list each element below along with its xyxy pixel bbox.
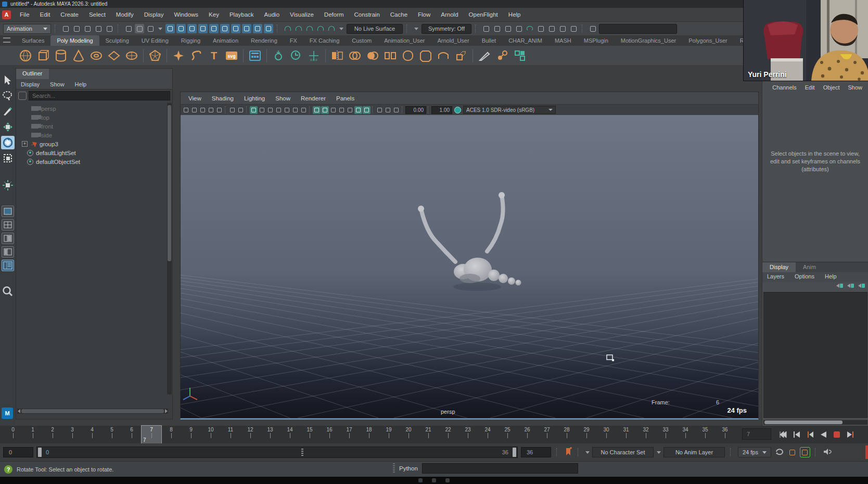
tab-display[interactable]: Display — [762, 262, 796, 272]
center-pivot-icon[interactable] — [271, 48, 286, 63]
select-tool[interactable] — [1, 73, 15, 87]
persp-outliner-layout[interactable] — [2, 246, 14, 258]
timeline-frame-29[interactable]: 29 — [577, 426, 596, 443]
menu-file[interactable]: File — [15, 9, 34, 20]
menu-help[interactable]: Help — [504, 9, 526, 20]
playback-sound-icon[interactable] — [823, 448, 832, 457]
shelf-tab-motiongraphics-user[interactable]: MotionGraphics_User — [615, 35, 682, 46]
render-ball-icon[interactable] — [525, 24, 534, 33]
snap-point-icon[interactable] — [305, 24, 314, 33]
step-back-frame-button[interactable] — [791, 429, 801, 440]
menu-audio[interactable]: Audio — [260, 9, 284, 20]
shelf-tab-fx[interactable]: FX — [284, 35, 303, 46]
shelf-tab-rendering[interactable]: Rendering — [245, 35, 284, 46]
menu-playback[interactable]: Playback — [225, 9, 259, 20]
safe-action-icon[interactable] — [291, 106, 299, 114]
poly-cylinder-icon[interactable] — [53, 48, 69, 63]
grid-icon[interactable] — [250, 106, 258, 114]
smooth-shade-icon[interactable] — [321, 106, 329, 114]
screen-ao-icon[interactable] — [354, 106, 362, 114]
timeline-frame-6[interactable]: 6 — [122, 426, 142, 443]
camera-attributes-icon[interactable] — [199, 106, 207, 114]
shelf-tab-animation-user[interactable]: Animation_User — [378, 35, 431, 46]
help-icon[interactable]: ? — [4, 465, 12, 474]
scale-tool[interactable] — [1, 151, 15, 165]
timeline-track[interactable]: 0123456778910111213141516171819202122232… — [0, 426, 735, 443]
highlight-selection-icon[interactable] — [264, 24, 273, 33]
xray-icon[interactable] — [384, 106, 392, 114]
timeline-frame-4[interactable]: 4 — [82, 426, 102, 443]
shelf-tab-rigging[interactable]: Rigging — [175, 35, 207, 46]
separate-icon[interactable] — [382, 48, 398, 63]
viewport-menu-renderer[interactable]: Renderer — [296, 93, 330, 104]
chevron-down-icon[interactable] — [158, 28, 162, 30]
timeline-frame-1[interactable]: 1 — [23, 426, 43, 443]
numeric-input-icon[interactable] — [588, 24, 597, 33]
timeline-frame-24[interactable]: 24 — [478, 426, 497, 443]
timeline-frame-10[interactable]: 10 — [201, 426, 221, 443]
super-shape-icon[interactable] — [171, 48, 186, 63]
outliner-item-group3[interactable]: +group3 — [16, 139, 172, 148]
shelf-tab-animation[interactable]: Animation — [207, 35, 245, 46]
timeline-frame-9[interactable]: 9 — [181, 426, 201, 443]
lock-camera-icon[interactable] — [190, 106, 198, 114]
timeline-frame-13[interactable]: 13 — [260, 426, 280, 443]
menu-edit[interactable]: Edit — [35, 9, 55, 20]
undo-icon[interactable] — [94, 24, 103, 33]
snap-view-plane-icon[interactable] — [327, 24, 336, 33]
step-back-key-button[interactable] — [805, 429, 815, 440]
animation-start-field[interactable]: 0 — [3, 447, 33, 457]
mirror-icon[interactable] — [329, 48, 345, 63]
scroll-left-icon[interactable] — [18, 409, 20, 413]
timeline-frame-28[interactable]: 28 — [557, 426, 577, 443]
poly-plane-icon[interactable] — [106, 48, 122, 63]
character-set-dropdown[interactable]: No Character Set — [585, 447, 654, 457]
single-pane-layout[interactable] — [2, 206, 14, 217]
curves-mask-icon[interactable] — [198, 24, 208, 33]
redo-icon[interactable] — [105, 24, 114, 33]
outliner-filter-icon[interactable] — [18, 92, 27, 100]
combine-icon[interactable] — [347, 48, 363, 63]
maya-badge-icon[interactable]: M — [2, 407, 13, 419]
outliner-layout[interactable] — [2, 260, 14, 271]
timeline-frame-5[interactable]: 5 — [102, 426, 122, 443]
menu-deform[interactable]: Deform — [320, 9, 349, 20]
scroll-right-icon[interactable] — [165, 409, 168, 413]
layer-menu-layers[interactable]: Layers — [762, 272, 789, 282]
exposure-field[interactable]: 0.00 — [405, 106, 426, 114]
target-weld-icon[interactable] — [494, 48, 510, 63]
type-text-icon[interactable]: T — [206, 48, 222, 63]
joints-xray-icon[interactable] — [392, 106, 400, 114]
snap-grid-icon[interactable] — [283, 24, 292, 33]
outliner-vertical-scrollbar[interactable] — [167, 103, 172, 394]
outliner-item-defaultobjectset[interactable]: defaultObjectSet — [16, 157, 172, 166]
open-scene-icon[interactable] — [72, 24, 81, 33]
object-mode-icon[interactable] — [135, 24, 144, 33]
symmetry-field[interactable]: Symmetry: Off — [422, 24, 471, 34]
menu-cache[interactable]: Cache — [386, 9, 412, 20]
range-end-handle[interactable] — [513, 448, 516, 457]
outliner-item-side[interactable]: side — [16, 131, 172, 139]
quad-draw-icon[interactable] — [512, 48, 528, 63]
rendering-mask-icon[interactable] — [242, 24, 251, 33]
reset-transform-icon[interactable] — [288, 48, 304, 63]
snap-projected-center-icon[interactable] — [316, 24, 325, 33]
timeline-frame-19[interactable]: 19 — [379, 426, 399, 443]
smooth-icon[interactable] — [400, 48, 416, 63]
command-grip-icon[interactable] — [393, 463, 395, 474]
bridge-icon[interactable] — [436, 48, 451, 63]
menuset-selector[interactable]: Animation — [3, 24, 51, 34]
timeline-frame-14[interactable]: 14 — [280, 426, 300, 443]
wireframe-icon[interactable] — [313, 106, 321, 114]
bookmark-icon[interactable] — [207, 106, 215, 114]
poly-cone-icon[interactable] — [71, 48, 86, 63]
layer-key-icon[interactable] — [847, 283, 855, 289]
outliner-search-input[interactable] — [29, 91, 170, 100]
timeline-frame-35[interactable]: 35 — [695, 426, 715, 443]
hierarchy-mode-icon[interactable] — [124, 24, 133, 33]
timeline-frame-31[interactable]: 31 — [616, 426, 636, 443]
timeline-frame-17[interactable]: 17 — [339, 426, 359, 443]
shelf-tab-mash[interactable]: MASH — [548, 35, 578, 46]
modeling-toolkit-icon[interactable] — [247, 48, 263, 63]
svg-tool-icon[interactable]: svg — [224, 48, 239, 63]
